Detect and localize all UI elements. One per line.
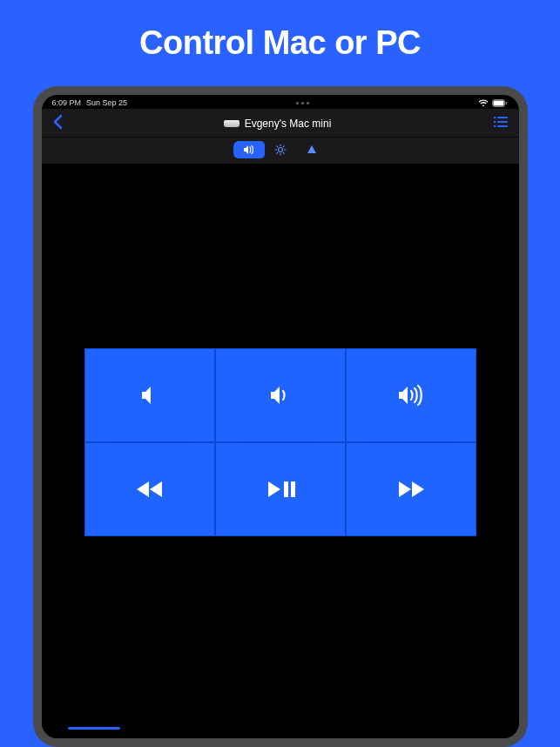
svg-rect-18 — [284, 481, 288, 497]
svg-point-3 — [493, 117, 496, 119]
status-time: 6:09 PM — [52, 98, 82, 107]
ipad-frame: 6:09 PM Sun Sep 25 Evgeny's Mac — [33, 86, 528, 747]
status-bar: 6:09 PM Sun Sep 25 — [42, 95, 519, 109]
svg-point-5 — [493, 121, 496, 124]
svg-rect-4 — [497, 117, 508, 118]
volume-down-button[interactable] — [215, 348, 346, 442]
svg-rect-1 — [494, 100, 504, 105]
svg-rect-2 — [506, 102, 508, 104]
volume-up-button[interactable] — [346, 348, 476, 442]
rewind-button[interactable] — [84, 442, 215, 536]
tab-cursor[interactable] — [296, 141, 327, 158]
forward-button[interactable] — [346, 442, 476, 536]
svg-point-7 — [493, 125, 496, 128]
svg-rect-6 — [497, 121, 508, 123]
control-grid — [84, 348, 476, 536]
mac-mini-icon — [224, 120, 240, 127]
svg-line-17 — [283, 146, 284, 147]
nav-title: Evgeny's Mac mini — [224, 118, 332, 130]
page-indicator — [68, 727, 120, 730]
back-button[interactable] — [49, 114, 66, 133]
volume-mute-button[interactable] — [84, 348, 215, 442]
headline: Control Mac or PC — [139, 24, 421, 62]
svg-line-16 — [276, 152, 277, 153]
svg-point-9 — [278, 148, 282, 152]
svg-line-14 — [276, 146, 277, 147]
segmented-control — [42, 138, 519, 164]
status-date: Sun Sep 25 — [86, 98, 127, 107]
tab-brightness[interactable] — [265, 141, 296, 158]
nav-bar: Evgeny's Mac mini — [42, 109, 519, 138]
content-area — [42, 164, 519, 738]
nav-title-text: Evgeny's Mac mini — [245, 118, 332, 130]
wifi-icon — [478, 99, 489, 107]
list-button[interactable] — [489, 116, 512, 131]
svg-line-15 — [283, 152, 284, 153]
tab-volume[interactable] — [233, 141, 265, 158]
svg-rect-8 — [497, 125, 508, 127]
battery-icon — [492, 99, 508, 107]
play-pause-button[interactable] — [215, 442, 346, 536]
svg-rect-19 — [291, 481, 295, 497]
multitask-dots — [296, 102, 309, 104]
ipad-screen: 6:09 PM Sun Sep 25 Evgeny's Mac — [42, 95, 519, 738]
